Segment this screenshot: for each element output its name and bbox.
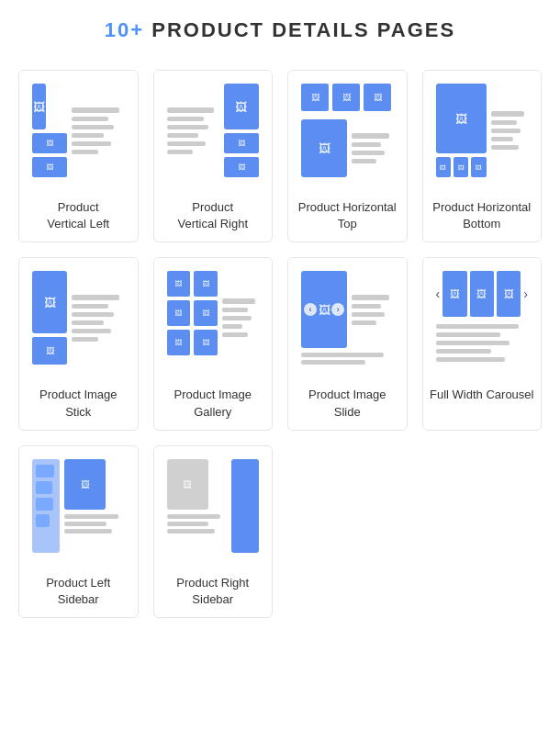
text-line (352, 295, 389, 300)
text-line (72, 312, 114, 317)
phb-layout: 🖼 🖼 🖼 🖼 (436, 84, 529, 177)
thumb-icon: 🖼 (46, 163, 53, 172)
preview-pls: 🖼 (19, 446, 138, 566)
image-icon: 🖼 (44, 296, 56, 309)
pisl-bottom-lines (301, 353, 394, 365)
card-product-right-sidebar[interactable]: 🖼 Product RightSidebar (153, 445, 274, 618)
card-grid-row2: 🖼 🖼 Product ImageStick (18, 257, 542, 430)
text-line (491, 111, 524, 117)
phb-right-text (491, 84, 528, 177)
pis-sub-image: 🖼 (32, 337, 67, 365)
preview-prs: 🖼 (154, 446, 273, 566)
sidebar-block (36, 514, 50, 527)
pis-right-text (72, 271, 124, 365)
pig-cell: 🖼 (167, 271, 191, 297)
image-icon: 🖼 (458, 164, 465, 171)
phb-left: 🖼 🖼 🖼 🖼 (436, 84, 487, 177)
text-line (167, 125, 209, 129)
text-line (222, 332, 248, 337)
card-label-pig: Product ImageGallery (154, 377, 273, 429)
pisl-main-image: ‹ 🖼 › (301, 271, 347, 348)
card-label-pvl: ProductVertical Left (19, 190, 138, 242)
pht-thumb2: 🖼 (332, 84, 360, 111)
sidebar-block (36, 465, 54, 478)
text-line (491, 120, 517, 125)
image-icon: 🖼 (450, 288, 460, 299)
fwc-carousel: ‹ 🖼 🖼 🖼 › (436, 271, 529, 317)
pvr-layout: 🖼 🖼 🖼 (167, 84, 260, 177)
image-icon: 🖼 (46, 346, 54, 355)
pig-layout: 🖼 🖼 🖼 🖼 🖼 🖼 (167, 271, 260, 365)
card-label-pht: Product HorizontalTop (288, 190, 407, 242)
pls-layout: 🖼 (32, 459, 125, 553)
pht-main-image: 🖼 (301, 119, 347, 177)
pvr-left-text (167, 84, 219, 177)
text-line (64, 514, 118, 519)
card-product-image-gallery[interactable]: 🖼 🖼 🖼 🖼 🖼 🖼 (153, 257, 274, 430)
pht-text (352, 119, 393, 177)
phb-thumb3: 🖼 (471, 157, 486, 177)
text-line (167, 529, 215, 534)
pvr-main-image: 🖼 (224, 84, 259, 129)
card-product-image-stick[interactable]: 🖼 🖼 Product ImageStick (18, 257, 139, 430)
preview-pis: 🖼 🖼 (19, 258, 138, 377)
preview-phb: 🖼 🖼 🖼 🖼 (423, 71, 542, 190)
pig-cell: 🖼 (194, 271, 218, 297)
pisl-text (352, 271, 393, 348)
text-line (167, 522, 209, 526)
pvl-thumb1: 🖼 (32, 133, 67, 153)
text-line (222, 298, 255, 304)
card-product-vertical-right[interactable]: 🖼 🖼 🖼 ProductVertical Right (153, 70, 274, 242)
pvr-thumb1: 🖼 (224, 133, 259, 153)
card-product-vertical-left[interactable]: 🖼 🖼 🖼 Pro (18, 70, 139, 242)
pig-grid: 🖼 🖼 🖼 🖼 🖼 🖼 (167, 271, 218, 365)
pls-sidebar (32, 459, 60, 553)
card-label-pis: Product ImageStick (19, 377, 138, 429)
title-prefix: 10+ (105, 18, 144, 41)
pig-cell: 🖼 (167, 330, 191, 355)
text-line (167, 117, 204, 121)
text-line (72, 117, 108, 121)
text-line (167, 107, 215, 113)
card-product-left-sidebar[interactable]: 🖼 Product LeftSidebar (18, 445, 139, 618)
phb-thumb2: 🖼 (454, 157, 468, 177)
text-line (436, 332, 500, 337)
card-grid-row3: 🖼 Product LeftSidebar 🖼 (18, 445, 542, 618)
pis-left: 🖼 🖼 (32, 271, 67, 365)
image-icon: 🖼 (476, 164, 482, 171)
pht-content-row: 🖼 (301, 119, 394, 177)
image-icon: 🖼 (319, 303, 330, 317)
image-icon: 🖼 (174, 280, 182, 288)
card-product-image-slide[interactable]: ‹ 🖼 › Product ImageSlide (287, 257, 408, 430)
image-icon: 🖼 (183, 479, 192, 489)
pig-row2: 🖼 🖼 (167, 300, 218, 326)
preview-pisl: ‹ 🖼 › (288, 258, 407, 377)
fwc-cell1: 🖼 (442, 271, 466, 317)
image-icon: 🖼 (374, 93, 382, 102)
pht-thumb1: 🖼 (301, 84, 329, 111)
card-product-horizontal-top[interactable]: 🖼 🖼 🖼 🖼 Product Horizonta (287, 70, 408, 242)
preview-pvr: 🖼 🖼 🖼 (154, 71, 273, 190)
preview-pht: 🖼 🖼 🖼 🖼 (288, 71, 407, 190)
card-product-horizontal-bottom[interactable]: 🖼 🖼 🖼 🖼 Product HorizontalBot (422, 70, 543, 242)
card-label-fwc: Full Width Carousel (423, 377, 542, 412)
image-icon: 🖼 (455, 112, 467, 126)
text-line (436, 357, 505, 362)
pvl-thumb2: 🖼 (32, 157, 67, 177)
text-line (491, 137, 513, 141)
pht-thumbs-row: 🖼 🖼 🖼 (301, 84, 394, 111)
text-line (72, 329, 111, 333)
text-line (72, 320, 103, 325)
text-line (222, 316, 252, 320)
card-full-width-carousel[interactable]: ‹ 🖼 🖼 🖼 › Full Width Carousel (422, 257, 543, 430)
pisl-layout: ‹ 🖼 › (301, 271, 394, 365)
preview-pvl: 🖼 🖼 🖼 (19, 71, 138, 190)
text-line (352, 151, 385, 155)
fwc-prev-arrow[interactable]: ‹ (436, 287, 441, 301)
thumb-icon: 🖼 (46, 140, 53, 148)
pis-main-image: 🖼 (32, 271, 67, 333)
text-line (72, 337, 98, 342)
image-icon: 🖼 (174, 339, 182, 347)
text-line (72, 295, 119, 300)
fwc-next-arrow[interactable]: › (523, 287, 528, 301)
